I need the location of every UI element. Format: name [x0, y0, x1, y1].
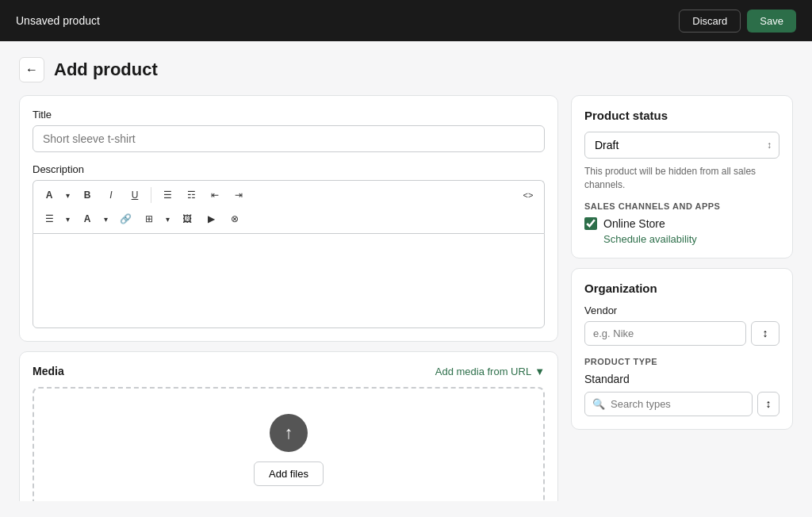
topbar-actions: Discard Save: [679, 10, 796, 33]
unordered-list-button[interactable]: ☰: [156, 184, 178, 206]
search-types-row: 🔍 ↕: [584, 392, 779, 416]
color-dropdown[interactable]: ▾: [98, 208, 113, 230]
online-store-checkbox[interactable]: [584, 217, 597, 230]
online-store-row: Online Store: [584, 217, 779, 230]
schedule-availability-link[interactable]: Schedule availability: [603, 233, 779, 245]
outdent-button[interactable]: ⇤: [204, 184, 226, 206]
vendor-stepper-button[interactable]: ↕: [751, 321, 779, 346]
font-dropdown[interactable]: ▾: [60, 184, 75, 206]
page-title: Add product: [54, 59, 158, 80]
right-column: Product status Draft Active ↕ This produ…: [571, 95, 793, 501]
search-types-input[interactable]: [584, 392, 753, 416]
status-select[interactable]: Draft Active: [584, 132, 779, 159]
sales-channels-label: SALES CHANNELS AND APPS: [584, 201, 779, 211]
editor-toolbar: A ▾ B I U ☰ ☶ ⇤ ⇥ <>: [33, 180, 545, 233]
link-button[interactable]: 🔗: [114, 208, 136, 230]
main-layout: Title Description A ▾ B I U ☰: [19, 95, 793, 501]
vendor-row: ↕: [584, 321, 779, 346]
media-dropzone[interactable]: ↑ Add files: [33, 387, 545, 501]
toolbar-row-2: ☰ ▾ A ▾ 🔗 ⊞ ▾ 🖼 ▶: [38, 208, 539, 230]
product-status-title: Product status: [584, 109, 779, 122]
product-type-value: Standard: [584, 373, 779, 385]
add-media-url-link[interactable]: Add media from URL ▼: [435, 366, 545, 377]
back-arrow-icon: ←: [25, 63, 38, 77]
product-type-stepper-button[interactable]: ↕: [757, 392, 779, 416]
chevron-down-icon: ▼: [534, 366, 545, 377]
title-label: Title: [33, 109, 545, 121]
align-button[interactable]: ☰: [38, 208, 60, 230]
product-type-label: PRODUCT TYPE: [584, 357, 779, 366]
editor-body[interactable]: [33, 233, 545, 328]
topbar: Unsaved product Discard Save: [0, 0, 812, 41]
upload-icon: ↑: [270, 414, 308, 452]
color-button[interactable]: A: [76, 208, 98, 230]
online-store-label: Online Store: [603, 217, 665, 230]
video-button[interactable]: ▶: [200, 208, 222, 230]
table-button[interactable]: ⊞: [138, 208, 160, 230]
media-title: Media: [33, 365, 64, 377]
title-input[interactable]: [33, 125, 545, 152]
indent-button[interactable]: ⇥: [228, 184, 250, 206]
page-header: ← Add product: [19, 57, 793, 82]
status-select-wrapper: Draft Active ↕: [584, 132, 779, 159]
media-card: Media Add media from URL ▼ ↑ Add files: [19, 351, 558, 501]
save-button[interactable]: Save: [747, 10, 796, 33]
align-dropdown[interactable]: ▾: [60, 208, 75, 230]
bold-button[interactable]: B: [76, 184, 98, 206]
media-card-header: Media Add media from URL ▼: [33, 365, 545, 377]
image-button[interactable]: 🖼: [176, 208, 198, 230]
toolbar-divider-1: [151, 187, 151, 203]
table-group: ⊞ ▾: [138, 208, 174, 230]
color-group: A ▾: [76, 208, 113, 230]
font-button[interactable]: A: [38, 184, 60, 206]
status-note: This product will be hidden from all sal…: [584, 165, 779, 192]
vendor-input[interactable]: [584, 321, 746, 346]
title-description-card: Title Description A ▾ B I U ☰: [19, 95, 558, 342]
description-label: Description: [33, 163, 545, 175]
back-button[interactable]: ←: [19, 57, 44, 82]
product-status-card: Product status Draft Active ↕ This produ…: [571, 95, 793, 258]
underline-button[interactable]: U: [124, 184, 146, 206]
align-group: ☰ ▾: [38, 208, 75, 230]
organization-card: Organization Vendor ↕ PRODUCT TYPE Stand…: [571, 268, 793, 430]
code-button[interactable]: <>: [517, 184, 539, 206]
more-button[interactable]: ⊗: [224, 208, 246, 230]
topbar-title: Unsaved product: [16, 14, 100, 27]
sales-channels-section: SALES CHANNELS AND APPS Online Store Sch…: [584, 201, 779, 245]
ordered-list-button[interactable]: ☶: [180, 184, 202, 206]
discard-button[interactable]: Discard: [679, 10, 741, 33]
toolbar-row-1: A ▾ B I U ☰ ☶ ⇤ ⇥ <>: [38, 184, 539, 206]
font-group: A ▾: [38, 184, 75, 206]
add-files-button[interactable]: Add files: [254, 461, 324, 486]
search-types-wrapper: 🔍: [584, 392, 753, 416]
table-dropdown[interactable]: ▾: [160, 208, 174, 230]
left-column: Title Description A ▾ B I U ☰: [19, 95, 558, 501]
italic-button[interactable]: I: [100, 184, 122, 206]
vendor-label: Vendor: [584, 304, 779, 316]
organization-title: Organization: [584, 281, 779, 295]
page-content: ← Add product Title Description A ▾: [0, 41, 812, 517]
